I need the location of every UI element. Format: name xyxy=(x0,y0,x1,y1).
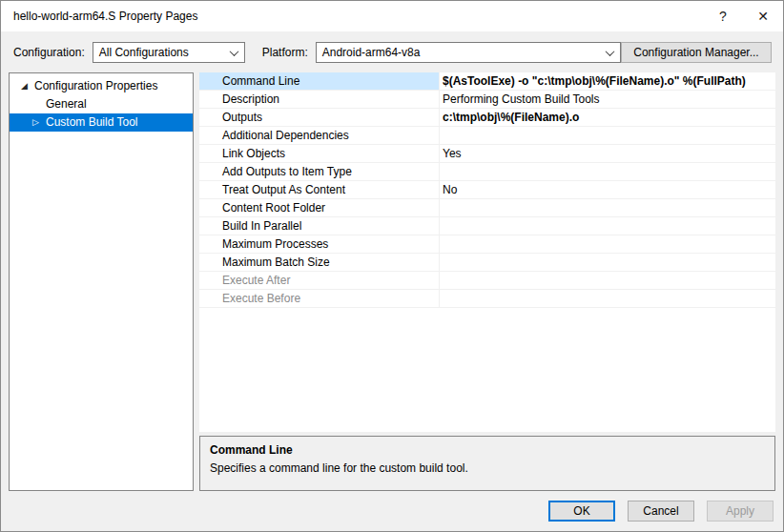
chevron-down-icon xyxy=(229,47,238,56)
property-value[interactable] xyxy=(440,199,775,216)
property-pages-dialog: hello-world-arm64.S Property Pages ? ✕ C… xyxy=(0,0,784,532)
apply-button[interactable]: Apply xyxy=(707,501,774,522)
property-name[interactable]: Add Outputs to Item Type xyxy=(199,163,440,180)
property-row[interactable]: Command Line $(AsToolExe) -o "c:\tmp\obj… xyxy=(199,72,775,91)
property-value[interactable]: $(AsToolExe) -o "c:\tmp\obj\%(FileName).… xyxy=(440,72,775,90)
main-area: ◢ Configuration Properties General ▷ Cus… xyxy=(9,72,775,491)
close-icon: ✕ xyxy=(757,9,769,24)
property-row[interactable]: Execute After xyxy=(199,272,775,290)
property-value[interactable] xyxy=(440,290,775,307)
tree-item-label: Configuration Properties xyxy=(34,77,157,95)
property-row[interactable]: Link Objects Yes xyxy=(199,145,775,163)
tree-expander-icon[interactable]: ◢ xyxy=(21,77,34,95)
property-value[interactable] xyxy=(440,272,775,289)
property-row[interactable]: Content Root Folder xyxy=(199,199,775,217)
property-name[interactable]: Additional Dependencies xyxy=(199,127,440,144)
property-name[interactable]: Treat Output As Content xyxy=(199,181,440,198)
property-row[interactable]: Description Performing Custom Build Tool… xyxy=(199,91,775,109)
property-row[interactable]: Build In Parallel xyxy=(199,217,775,235)
property-value[interactable] xyxy=(440,127,775,144)
property-value[interactable] xyxy=(440,254,775,271)
ok-button[interactable]: OK xyxy=(548,501,615,522)
platform-select[interactable]: Android-arm64-v8a xyxy=(316,42,621,63)
property-row[interactable]: Treat Output As Content No xyxy=(199,181,775,199)
description-text: Specifies a command line for the custom … xyxy=(210,461,765,475)
help-icon: ? xyxy=(719,9,727,24)
right-column: Command Line $(AsToolExe) -o "c:\tmp\obj… xyxy=(199,72,775,491)
property-row[interactable]: Execute Before xyxy=(199,290,775,308)
platform-label: Platform: xyxy=(262,46,308,59)
property-name[interactable]: Maximum Processes xyxy=(199,235,440,253)
configuration-toolbar: Configuration: All Configurations Platfo… xyxy=(13,42,772,63)
tree-item[interactable]: ▷ Custom Build Tool xyxy=(10,113,193,132)
window-title: hello-world-arm64.S Property Pages xyxy=(13,10,197,23)
configuration-value: All Configurations xyxy=(99,46,189,59)
platform-value: Android-arm64-v8a xyxy=(322,46,421,59)
property-value[interactable] xyxy=(440,163,775,180)
property-name[interactable]: Command Line xyxy=(199,72,440,90)
property-value[interactable]: Yes xyxy=(440,145,775,162)
chevron-down-icon xyxy=(605,47,614,56)
configuration-select[interactable]: All Configurations xyxy=(93,42,245,63)
description-panel: Command Line Specifies a command line fo… xyxy=(199,436,775,491)
property-row[interactable]: Maximum Batch Size xyxy=(199,254,775,272)
tree-item[interactable]: General xyxy=(10,95,193,113)
configuration-tree: ◢ Configuration Properties General ▷ Cus… xyxy=(9,72,194,491)
tree-item-label: Custom Build Tool xyxy=(46,113,138,132)
property-value[interactable] xyxy=(440,217,775,235)
help-button[interactable]: ? xyxy=(703,1,743,31)
dialog-footer: OK Cancel Apply xyxy=(548,501,774,522)
property-row[interactable]: Add Outputs to Item Type xyxy=(199,163,775,181)
property-value[interactable]: No xyxy=(440,181,775,198)
property-row[interactable]: Additional Dependencies xyxy=(199,127,775,145)
property-name[interactable]: Description xyxy=(199,91,440,108)
property-value[interactable]: c:\tmp\obj\%(FileName).o xyxy=(440,109,775,126)
property-name[interactable]: Execute After xyxy=(199,272,440,289)
property-value[interactable] xyxy=(440,235,775,253)
property-row[interactable]: Outputs c:\tmp\obj\%(FileName).o xyxy=(199,109,775,127)
configuration-label: Configuration: xyxy=(13,46,85,59)
property-value[interactable]: Performing Custom Build Tools xyxy=(440,91,775,108)
tree-item-label: General xyxy=(46,95,87,113)
tree-expander-icon[interactable]: ▷ xyxy=(32,113,46,132)
property-name[interactable]: Build In Parallel xyxy=(199,217,440,235)
close-button[interactable]: ✕ xyxy=(743,1,783,31)
property-name[interactable]: Content Root Folder xyxy=(199,199,440,216)
title-bar: hello-world-arm64.S Property Pages ? ✕ xyxy=(1,1,783,31)
property-name[interactable]: Execute Before xyxy=(199,290,440,307)
property-grid: Command Line $(AsToolExe) -o "c:\tmp\obj… xyxy=(199,72,775,432)
description-title: Command Line xyxy=(210,443,765,457)
property-name[interactable]: Outputs xyxy=(199,109,440,126)
property-name[interactable]: Link Objects xyxy=(199,145,440,162)
tree-item[interactable]: ◢ Configuration Properties xyxy=(10,77,193,95)
property-row[interactable]: Maximum Processes xyxy=(199,235,775,254)
cancel-button[interactable]: Cancel xyxy=(628,501,694,522)
configuration-manager-button[interactable]: Configuration Manager... xyxy=(621,42,772,63)
property-name[interactable]: Maximum Batch Size xyxy=(199,254,440,271)
